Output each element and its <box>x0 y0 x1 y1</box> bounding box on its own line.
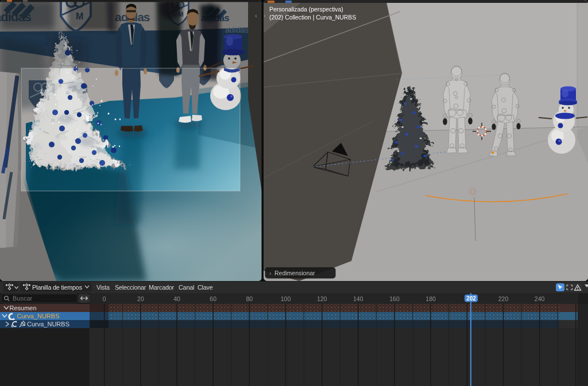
svg-text:100: 100 <box>281 295 291 302</box>
svg-text:80: 80 <box>246 295 253 302</box>
svg-text:Buscar: Buscar <box>13 295 33 302</box>
svg-text:‹: ‹ <box>255 12 257 19</box>
svg-text:Planilla de tiempos: Planilla de tiempos <box>32 284 83 291</box>
svg-text:Resumen: Resumen <box>10 305 37 311</box>
svg-text:120: 120 <box>317 295 327 302</box>
svg-text:202: 202 <box>466 295 476 302</box>
svg-text:Canal: Canal <box>179 284 194 291</box>
svg-text:Clave: Clave <box>198 284 213 291</box>
svg-text:Personalizada (perspectiva): Personalizada (perspectiva) <box>269 6 343 13</box>
svg-text:160: 160 <box>389 295 400 302</box>
svg-text:20: 20 <box>137 295 144 302</box>
svg-text:0: 0 <box>103 295 106 302</box>
svg-text:Vista: Vista <box>96 284 110 291</box>
svg-text:40: 40 <box>173 295 180 302</box>
svg-text:›: › <box>269 270 272 276</box>
svg-text:220: 220 <box>498 295 509 302</box>
svg-text:Marcador: Marcador <box>149 284 175 291</box>
svg-text:140: 140 <box>353 295 363 302</box>
svg-text:Curva_NURBS: Curva_NURBS <box>27 321 69 327</box>
svg-text:60: 60 <box>210 295 216 302</box>
svg-text:Seleccionar: Seleccionar <box>115 284 146 291</box>
svg-text:240: 240 <box>535 295 545 302</box>
svg-text:Curva_NURBS: Curva_NURBS <box>17 313 60 319</box>
svg-text:180: 180 <box>425 295 436 302</box>
svg-text:(202) Collection | Curva_NURBS: (202) Collection | Curva_NURBS <box>269 14 356 21</box>
svg-text:Redimensionar: Redimensionar <box>274 270 315 276</box>
svg-text:›: › <box>264 12 266 19</box>
